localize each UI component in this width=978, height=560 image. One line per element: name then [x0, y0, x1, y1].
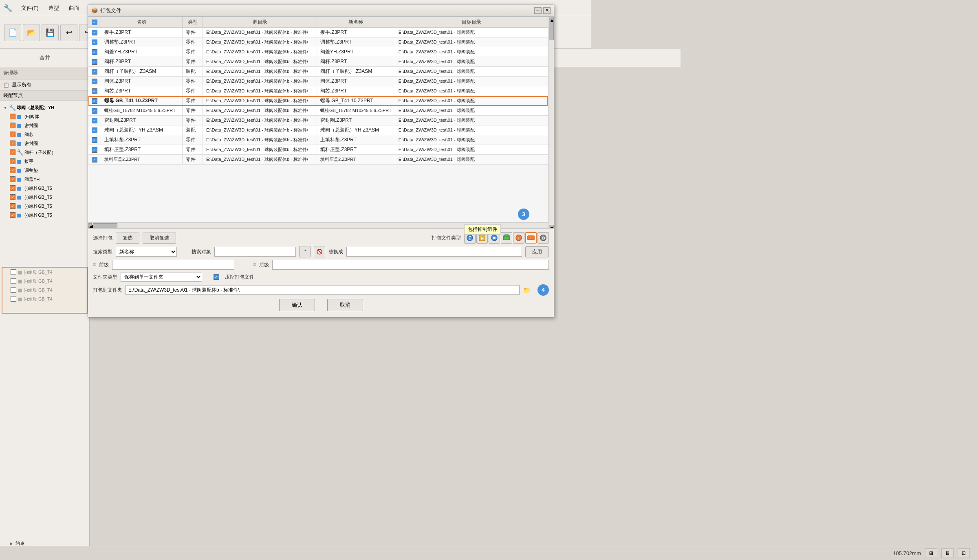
tree-item-9[interactable]: ✓ ◼ (-)螺栓GB_T5: [2, 193, 88, 202]
regex-btn[interactable]: .*: [299, 246, 311, 257]
no-regex-btn[interactable]: [314, 246, 325, 257]
status-btn-2[interactable]: 🖥: [941, 548, 954, 558]
tree-part-icon-6: ◼: [17, 167, 23, 173]
compress-checkbox[interactable]: ✓: [214, 274, 219, 280]
row-name-3: 阀杆.Z3PRT: [101, 57, 183, 67]
row-cb-0[interactable]: ✓: [92, 30, 97, 35]
replace-input[interactable]: [346, 247, 522, 257]
row-cb-12[interactable]: ✓: [92, 147, 97, 153]
status-btn-1[interactable]: ⊞: [925, 548, 937, 558]
tree-item-2[interactable]: ✓ ◼ 阀芯: [2, 130, 88, 139]
tree-item-15[interactable]: ◼ (-)螺母 GB_T4: [2, 294, 87, 303]
scrollbar-thumb-h[interactable]: [93, 223, 117, 228]
tree-cb-0[interactable]: ✓: [10, 114, 15, 119]
pack-type-btn-4[interactable]: [501, 232, 512, 244]
before-input[interactable]: [112, 260, 234, 270]
tree-cb-1[interactable]: ✓: [10, 123, 15, 128]
dialog-minimize-btn[interactable]: ─: [534, 7, 542, 14]
row-cb-11[interactable]: ✓: [92, 137, 97, 143]
row-name-0: 扳手.Z3PRT: [101, 28, 183, 37]
tree-cb-4[interactable]: ✓: [10, 149, 15, 155]
menu-file[interactable]: 文件(F): [17, 3, 43, 13]
row-src-13: E:\Data_ZW\ZW3D_test\01 - 球阀装配体b - 标准件\: [203, 155, 317, 165]
th-check[interactable]: ✓: [88, 17, 101, 28]
pack-type-btn-7[interactable]: ⚙: [537, 232, 549, 244]
undo-btn[interactable]: ↩: [60, 24, 77, 41]
tree-item-6[interactable]: ✓ ◼ 调整垫: [2, 166, 88, 175]
row-cb-9[interactable]: ✓: [92, 118, 97, 123]
pack-type-btn-6[interactable]: +: [525, 232, 537, 244]
header-checkbox[interactable]: ✓: [92, 20, 97, 25]
tree-item-3[interactable]: ✓ ◼ 密封圈: [2, 139, 88, 148]
tree-cb-10[interactable]: ✓: [10, 203, 15, 209]
tree-cb-15[interactable]: [11, 296, 16, 302]
folder-type-select[interactable]: 保存到单一文件夹: [121, 272, 202, 282]
row-cb-7[interactable]: ✓: [92, 98, 97, 104]
row-cb-1[interactable]: ✓: [92, 40, 97, 45]
row-cb-8[interactable]: ✓: [92, 108, 97, 114]
confirm-btn[interactable]: 确认: [279, 299, 315, 311]
tree-item-4[interactable]: ✓ 🔧 阀杆（子装配）: [2, 148, 88, 157]
row-type-1: 零件: [183, 37, 203, 47]
tree-item-12[interactable]: ◼ (-)螺母 GB_T4: [2, 268, 87, 277]
tree-cb-11[interactable]: ✓: [10, 212, 15, 218]
search-target-input[interactable]: [214, 247, 296, 257]
th-name: 名称: [101, 17, 183, 28]
pack-type-btn-5[interactable]: i: [513, 232, 524, 244]
cancel-select-btn[interactable]: 取消复选: [143, 233, 176, 244]
row-cb-2[interactable]: ✓: [92, 49, 97, 55]
row-cb-5[interactable]: ✓: [92, 79, 97, 84]
row-cb-10[interactable]: ✓: [92, 127, 97, 133]
display-icon: 📋: [3, 82, 9, 88]
tree-cb-14[interactable]: [11, 287, 16, 293]
tree-item-11[interactable]: ✓ ◼ (-)螺栓GB_T5: [2, 211, 88, 220]
dialog-close-btn[interactable]: ✕: [543, 7, 551, 14]
tree-cb-12[interactable]: [11, 269, 16, 275]
tree-item-1[interactable]: ✓ ◼ 密封圈: [2, 121, 88, 130]
scrollbar-down-btn[interactable]: ▼: [549, 225, 554, 228]
row-cb-4[interactable]: ✓: [92, 69, 97, 75]
tree-cb-13[interactable]: [11, 278, 16, 284]
tree-expand-constraint[interactable]: ▶: [10, 541, 15, 546]
row-type-2: 零件: [183, 47, 203, 57]
browse-folder-btn[interactable]: 📁: [523, 286, 531, 294]
row-cb-6[interactable]: ✓: [92, 88, 97, 94]
tree-cb-5[interactable]: ✓: [10, 158, 15, 164]
tree-item-0[interactable]: ✓ ◼ (F)阀体: [2, 112, 88, 121]
pack-folder-input[interactable]: E:\Data_ZW\ZW3D_test\01 - 球阀装配体b - 标准件\: [126, 285, 520, 295]
table-row: ✓ 螺栓GB_T5782-M10x45-5.6.Z3PRT 零件 E:\Data…: [88, 106, 548, 116]
tree-item-13[interactable]: ◼ (-)螺母 GB_T4: [2, 277, 87, 285]
dialog-bottom-panel: 选择打包 复选 取消复选 打包文件类型 Z ▶ i: [88, 228, 554, 317]
search-type-select[interactable]: 新名称: [116, 247, 177, 257]
tree-cb-7[interactable]: ✓: [10, 176, 15, 182]
tree-cb-9[interactable]: ✓: [10, 194, 15, 200]
search-type-label: 搜索类型: [93, 248, 112, 255]
tree-item-8[interactable]: ✓ ◼ (-)螺栓GB_T5: [2, 184, 88, 193]
status-btn-3[interactable]: ⊡: [958, 548, 970, 558]
scroll-left-btn[interactable]: ◀: [88, 223, 92, 228]
tree-root[interactable]: ▼ 🔧 球阀（总装配）YH: [2, 103, 88, 112]
table-scrollbar-v[interactable]: ▲ ▼: [548, 17, 554, 228]
row-cb-13[interactable]: ✓: [92, 157, 97, 163]
apply-btn[interactable]: 应用: [525, 246, 549, 257]
menu-surface[interactable]: 曲面: [65, 3, 84, 13]
after-input[interactable]: [272, 260, 549, 270]
tree-cb-8[interactable]: ✓: [10, 185, 15, 191]
tree-cb-6[interactable]: ✓: [10, 167, 15, 173]
tree-item-7[interactable]: ✓ ◼ 阀盖YH: [2, 175, 88, 184]
tree-item-10[interactable]: ✓ ◼ (-)螺栓GB_T5: [2, 202, 88, 211]
reselect-btn[interactable]: 复选: [116, 233, 139, 244]
before-text-label: 前级: [99, 261, 109, 268]
tree-cb-2[interactable]: ✓: [10, 132, 15, 137]
tree-item-5[interactable]: ✓ ◼ 扳手: [2, 157, 88, 166]
tree-cb-3[interactable]: ✓: [10, 141, 15, 146]
tree-item-14[interactable]: ◼ (-)螺母 GB_T4: [2, 285, 87, 294]
tree-expand-root[interactable]: ▼: [3, 105, 8, 110]
menu-modeling[interactable]: 造型: [44, 3, 63, 13]
cancel-btn[interactable]: 取消: [327, 299, 363, 311]
new-btn[interactable]: 📄: [4, 24, 21, 41]
row-cb-3[interactable]: ✓: [92, 59, 97, 65]
scrollbar-up-btn[interactable]: ▲: [549, 17, 554, 20]
save-btn[interactable]: 💾: [42, 24, 59, 41]
open-btn[interactable]: 📂: [23, 24, 40, 41]
